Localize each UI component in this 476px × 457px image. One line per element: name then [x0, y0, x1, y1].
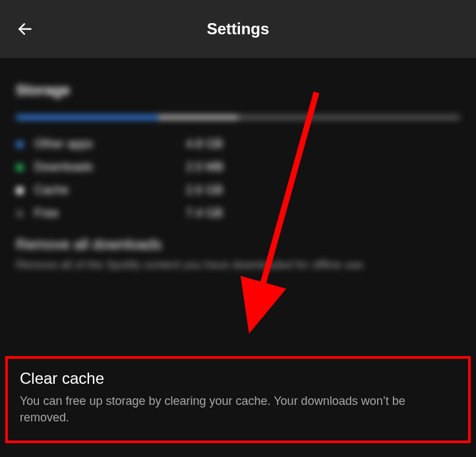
back-arrow-icon[interactable] — [16, 20, 34, 38]
clear-cache-option[interactable]: Clear cache You can free up storage by c… — [5, 356, 471, 443]
storage-section: Storage Other apps 4.8 GB Downloads 2.0 … — [16, 82, 460, 273]
dot-icon — [16, 140, 24, 148]
legend-label: Downloads — [34, 160, 186, 174]
dot-icon — [16, 164, 24, 171]
legend-row-downloads: Downloads 2.0 MB — [16, 160, 460, 174]
legend-row-free: Free 7.4 GB — [16, 206, 460, 220]
legend-label: Other apps — [34, 137, 186, 151]
storage-legend: Other apps 4.8 GB Downloads 2.0 MB Cache… — [16, 137, 460, 220]
storage-bar-other-apps — [16, 115, 158, 120]
legend-value: 2.0 MB — [186, 160, 223, 174]
remove-all-downloads-option[interactable]: Remove all downloads Remove all of the S… — [16, 236, 460, 273]
storage-usage-bar — [16, 115, 460, 120]
remove-downloads-desc: Remove all of the Spotify content you ha… — [16, 257, 460, 273]
legend-label: Cache — [34, 183, 186, 197]
storage-bar-free — [238, 115, 460, 120]
legend-label: Free — [34, 206, 186, 220]
dot-icon — [16, 210, 24, 218]
legend-value: 4.8 GB — [186, 137, 223, 151]
legend-row-cache: Cache 2.6 GB — [16, 183, 460, 197]
remove-downloads-title: Remove all downloads — [16, 236, 460, 253]
page-title: Settings — [0, 20, 476, 38]
legend-value: 7.4 GB — [186, 206, 223, 220]
header-bar: Settings — [0, 0, 476, 58]
storage-bar-cache — [158, 115, 238, 120]
clear-cache-title: Clear cache — [20, 369, 456, 388]
clear-cache-desc: You can free up storage by clearing your… — [20, 393, 456, 426]
legend-row-other-apps: Other apps 4.8 GB — [16, 137, 460, 151]
legend-value: 2.6 GB — [186, 183, 223, 197]
dot-icon — [16, 187, 24, 195]
storage-heading: Storage — [16, 82, 460, 99]
